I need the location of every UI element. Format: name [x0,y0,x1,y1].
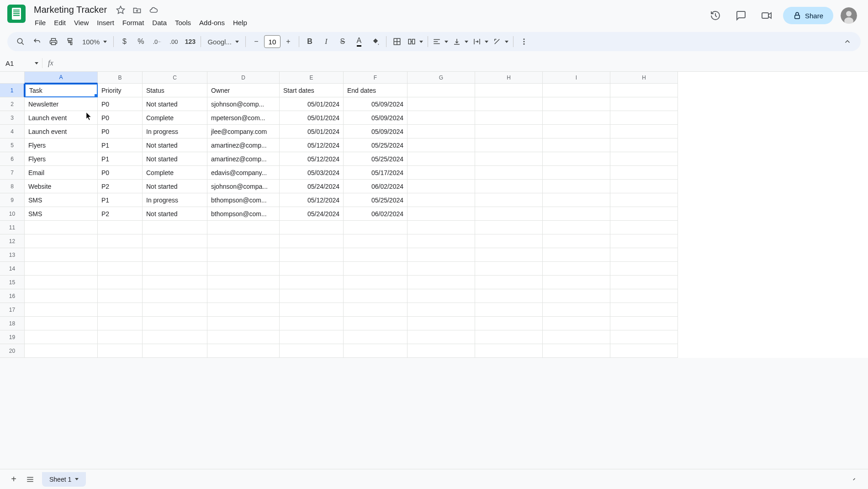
cell[interactable] [475,207,543,221]
cell[interactable] [543,138,610,152]
cell[interactable] [280,248,344,262]
cell[interactable]: Flyers [25,152,98,166]
row-header[interactable]: 12 [0,234,25,248]
cell[interactable]: 05/24/2024 [280,180,344,193]
menu-edit[interactable]: Edit [50,17,69,28]
cell[interactable]: 05/24/2024 [280,207,344,221]
column-header[interactable]: E [280,72,344,84]
cell[interactable] [280,303,344,317]
cell[interactable] [543,84,610,97]
row-header[interactable]: 8 [0,180,25,193]
cell[interactable] [610,84,678,97]
column-header[interactable]: D [207,72,280,84]
cell[interactable]: In progress [143,193,207,207]
cell[interactable] [408,317,475,330]
cell[interactable]: 05/17/2024 [344,166,408,180]
cell[interactable] [408,166,475,180]
cell[interactable] [25,276,98,289]
menu-addons[interactable]: Add-ons [196,17,228,28]
wrap-dropdown[interactable] [471,34,490,49]
cell[interactable]: amartinez@comp... [207,152,280,166]
cell[interactable] [25,344,98,358]
cell[interactable]: 05/12/2024 [280,138,344,152]
currency-button[interactable]: $ [116,34,132,49]
sheets-logo[interactable] [7,5,26,23]
cell[interactable]: P0 [98,97,143,111]
row-header[interactable]: 4 [0,125,25,138]
cell[interactable]: Start dates [280,84,344,97]
cell[interactable] [408,111,475,125]
cell[interactable] [143,303,207,317]
paint-format-button[interactable] [62,34,78,49]
row-header[interactable]: 7 [0,166,25,180]
cell[interactable]: 05/12/2024 [280,152,344,166]
cell[interactable]: sjohnson@comp... [207,97,280,111]
cell[interactable] [408,221,475,234]
cell[interactable] [408,152,475,166]
font-size-input[interactable] [264,35,281,48]
comment-icon[interactable] [732,6,750,25]
cell[interactable]: 05/09/2024 [344,111,408,125]
cell[interactable] [475,221,543,234]
text-color-button[interactable]: A [351,34,367,49]
cell[interactable] [610,234,678,248]
strikethrough-button[interactable]: S [335,34,350,49]
cell[interactable]: P0 [98,166,143,180]
cell[interactable]: sjohnson@compa... [207,180,280,193]
share-button[interactable]: Share [783,7,833,24]
undo-button[interactable] [29,34,45,49]
cell[interactable] [610,248,678,262]
cell[interactable] [610,303,678,317]
cell[interactable] [98,248,143,262]
cell[interactable]: bthompson@com... [207,207,280,221]
cell[interactable] [207,303,280,317]
cell[interactable] [143,289,207,303]
cell[interactable] [475,262,543,276]
column-header[interactable]: H [475,72,543,84]
cell[interactable] [610,276,678,289]
cell[interactable] [475,234,543,248]
row-header[interactable]: 15 [0,276,25,289]
cell[interactable] [408,344,475,358]
cell[interactable] [408,248,475,262]
cell[interactable]: mpeterson@com... [207,111,280,125]
cell[interactable]: Not started [143,180,207,193]
menu-file[interactable]: File [31,17,49,28]
account-avatar[interactable] [841,7,857,24]
cell[interactable] [475,97,543,111]
fill-color-button[interactable] [368,34,383,49]
row-header[interactable]: 6 [0,152,25,166]
cell[interactable]: 05/25/2024 [344,193,408,207]
cell[interactable] [25,289,98,303]
cell[interactable] [207,289,280,303]
cell[interactable] [280,262,344,276]
cell[interactable]: In progress [143,125,207,138]
cell[interactable]: 06/02/2024 [344,180,408,193]
cell[interactable] [610,166,678,180]
cell[interactable] [344,276,408,289]
row-header[interactable]: 17 [0,303,25,317]
cell[interactable] [475,138,543,152]
cell[interactable] [543,289,610,303]
row-header[interactable]: 9 [0,193,25,207]
cell[interactable] [344,317,408,330]
percent-button[interactable]: % [133,34,148,49]
cell[interactable] [475,166,543,180]
cell[interactable] [475,330,543,344]
cell[interactable] [475,317,543,330]
rotation-dropdown[interactable] [491,34,510,49]
cell[interactable] [543,344,610,358]
cell[interactable] [475,152,543,166]
cell[interactable] [408,180,475,193]
cell[interactable]: Launch event [25,111,98,125]
font-dropdown[interactable]: Googl... [204,34,243,49]
cell[interactable] [143,234,207,248]
row-header[interactable]: 18 [0,317,25,330]
cell[interactable]: P1 [98,138,143,152]
column-header[interactable]: I [543,72,610,84]
cell[interactable]: Owner [207,84,280,97]
cell[interactable]: P0 [98,125,143,138]
cell[interactable]: Task [25,84,98,97]
cell[interactable] [344,303,408,317]
cell[interactable] [25,221,98,234]
